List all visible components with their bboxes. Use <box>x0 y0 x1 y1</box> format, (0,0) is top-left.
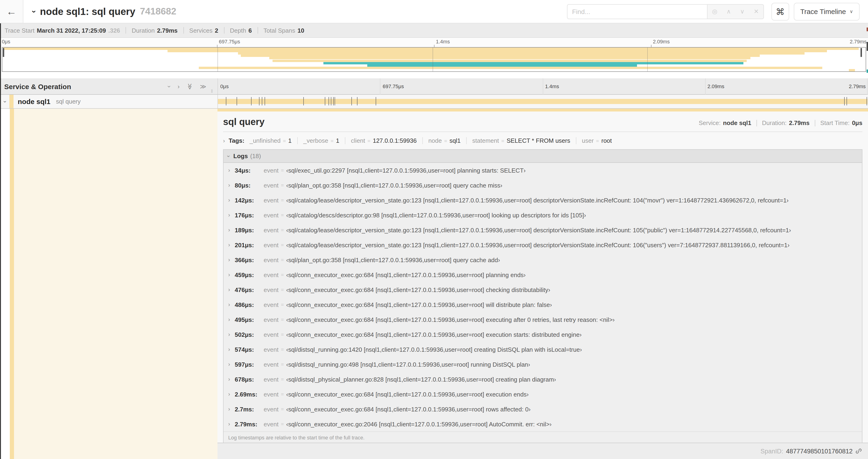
span-id-bar: SpanID: 4877749850101760812 <box>217 443 868 459</box>
log-entry-row[interactable]: ›366μs:event=‹sql/plan_opt.go:358 [nsql1… <box>223 252 862 267</box>
log-marker <box>846 97 847 105</box>
log-field-key: event <box>264 391 279 398</box>
minimap-tick-mark <box>217 45 217 47</box>
log-entry-row[interactable]: ›2.79ms:event=‹sql/conn_executor_exec.go… <box>223 417 862 431</box>
minimap-gridline <box>647 47 648 71</box>
logs-header[interactable]: › Logs (18) <box>223 150 862 163</box>
log-entry-row[interactable]: ›34μs:event=‹sql/exec_util.go:2297 [nsql… <box>223 163 862 178</box>
log-entry-row[interactable]: ›142μs:event=‹sql/catalog/lease/descript… <box>223 193 862 207</box>
minimap-left-scrubber[interactable] <box>3 48 4 57</box>
minimap-span-bar <box>849 69 855 71</box>
equals-sign: = <box>281 302 284 307</box>
clear-find-icon[interactable]: ✕ <box>754 8 759 15</box>
summary-separator <box>183 27 184 34</box>
log-entry-row[interactable]: ›459μs:event=‹sql/conn_executor_exec.go:… <box>223 267 862 282</box>
log-field-value: ‹sql/conn_executor_exec.go:684 [nsql1,cl… <box>286 286 551 293</box>
log-entry-row[interactable]: ›502μs:event=‹sql/conn_executor_exec.go:… <box>223 327 862 342</box>
minimap-span-bar <box>3 47 859 50</box>
minimap-tick-label: 697.75μs <box>219 39 240 44</box>
log-timestamp: 2.7ms: <box>235 405 264 413</box>
log-timestamp: 495μs: <box>235 316 264 323</box>
summary-item: Services2 <box>189 27 218 34</box>
expand-all-icon[interactable]: ≫ <box>200 83 206 90</box>
timeline-tick-label: 2.09ms <box>708 84 724 89</box>
log-marker <box>226 97 226 105</box>
summary-label: Trace Start <box>5 27 34 34</box>
tag-item: client=127.0.0.1:59936 <box>351 137 417 144</box>
column-resize-grip[interactable]: ‖ <box>211 89 213 94</box>
keyboard-shortcuts-button[interactable]: ⌘ <box>771 3 789 20</box>
chevron-right-icon: › <box>228 391 235 397</box>
detail-field-value: 0μs <box>852 120 862 126</box>
tag-item: _verbose=1 <box>303 137 339 144</box>
log-timestamp: 476μs: <box>235 286 264 293</box>
find-prev-icon[interactable]: ∧ <box>726 8 731 15</box>
log-entry-row[interactable]: ›2.69ms:event=‹sql/conn_executor_exec.go… <box>223 387 862 402</box>
log-marker <box>237 97 237 105</box>
log-entry-row[interactable]: ›597μs:event=‹sql/distsql_running.go:498… <box>223 357 862 372</box>
summary-item: Total Spans10 <box>264 27 304 34</box>
top-bar: ← › node sql1: sql query 7418682 ◎ ∧ ∨ ✕… <box>0 0 868 23</box>
trace-view-select[interactable]: Trace Timeline ∨ <box>794 3 860 20</box>
minimap-span-bar <box>198 67 822 69</box>
collapse-one-icon[interactable]: › <box>166 85 173 88</box>
equals-sign: = <box>281 421 284 427</box>
locate-icon[interactable]: ◎ <box>712 8 717 15</box>
minimap-right-scrubber[interactable] <box>861 48 862 57</box>
expand-one-icon[interactable]: › <box>178 83 180 90</box>
tag-value: 1 <box>336 137 339 144</box>
span-duration-bar[interactable] <box>218 99 868 104</box>
trace-minimap[interactable] <box>2 47 866 72</box>
equals-sign: = <box>281 167 284 173</box>
equals-sign: = <box>281 272 284 277</box>
tags-row[interactable]: › Tags: _unfinished=1_verbose=1client=12… <box>223 137 862 144</box>
chevron-down-icon[interactable]: › <box>2 101 8 102</box>
equals-sign: = <box>281 212 284 218</box>
tag-value: 127.0.0.1:59936 <box>373 137 417 144</box>
span-row-name-column[interactable]: › node sql1 sql query <box>0 95 217 108</box>
link-icon[interactable] <box>856 448 862 454</box>
detail-span-title: sql query <box>223 117 265 127</box>
log-entry-row[interactable]: ›678μs:event=‹sql/distsql_physical_plann… <box>223 372 862 387</box>
find-next-icon[interactable]: ∨ <box>740 8 745 15</box>
log-entry-row[interactable]: ›189μs:event=‹sql/catalog/lease/descript… <box>223 223 862 237</box>
log-entry-row[interactable]: ›476μs:event=‹sql/conn_executor_exec.go:… <box>223 282 862 297</box>
log-timestamp: 486μs: <box>235 301 264 308</box>
span-operation-name: sql query <box>56 98 81 105</box>
tag-key: _verbose <box>303 137 328 144</box>
minimap-span-bar <box>269 57 750 60</box>
span-row[interactable]: › node sql1 sql query <box>0 95 868 109</box>
span-id-value: 4877749850101760812 <box>786 448 852 455</box>
log-entry-row[interactable]: ›486μs:event=‹sql/conn_executor_exec.go:… <box>223 297 862 312</box>
log-field-key: event <box>264 421 279 428</box>
collapse-all-icon[interactable]: ≫ <box>186 83 193 89</box>
timeline-tick-label: 1.4ms <box>545 84 559 89</box>
tag-key: client <box>351 137 365 144</box>
logs-title: Logs <box>233 153 248 160</box>
summary-label: Services <box>189 27 213 34</box>
log-entry-row[interactable]: ›176μs:event=‹sql/catalog/descs/descript… <box>223 207 862 223</box>
log-timestamp: 34μs: <box>235 167 264 174</box>
trace-title-group[interactable]: › node sql1: sql query 7418682 <box>33 6 177 17</box>
log-entry-row[interactable]: ›201μs:event=‹sql/catalog/lease/descript… <box>223 237 862 252</box>
log-marker <box>333 97 334 105</box>
log-timestamp: 189μs: <box>235 226 264 233</box>
chevron-right-icon: › <box>228 376 235 383</box>
back-button[interactable]: ← <box>0 0 23 23</box>
log-entry-row[interactable]: ›574μs:event=‹sql/distsql_running.go:142… <box>223 342 862 357</box>
equals-sign: = <box>444 138 447 144</box>
equals-sign: = <box>281 183 284 188</box>
summary-label: Total Spans <box>264 27 295 34</box>
log-entry-row[interactable]: ›2.7ms:event=‹sql/conn_executor_exec.go:… <box>223 402 862 417</box>
chevron-down-icon[interactable]: › <box>29 10 39 12</box>
log-marker <box>303 97 304 105</box>
find-input[interactable] <box>567 4 707 19</box>
chevron-right-icon: › <box>228 182 235 189</box>
span-row-timeline[interactable] <box>217 95 868 108</box>
log-entry-row[interactable]: ›80μs:event=‹sql/plan_opt.go:358 [nsql1,… <box>223 178 862 193</box>
detail-field-value: 2.79ms <box>789 120 809 126</box>
log-field-key: event <box>264 405 279 413</box>
log-entry-row[interactable]: ›495μs:event=‹sql/conn_executor_exec.go:… <box>223 312 862 327</box>
summary-item: Trace StartMarch 31 2022, 17:25:09.326 <box>5 27 120 34</box>
detail-panel: sql query Service:node sql1Duration:2.79… <box>217 109 868 459</box>
